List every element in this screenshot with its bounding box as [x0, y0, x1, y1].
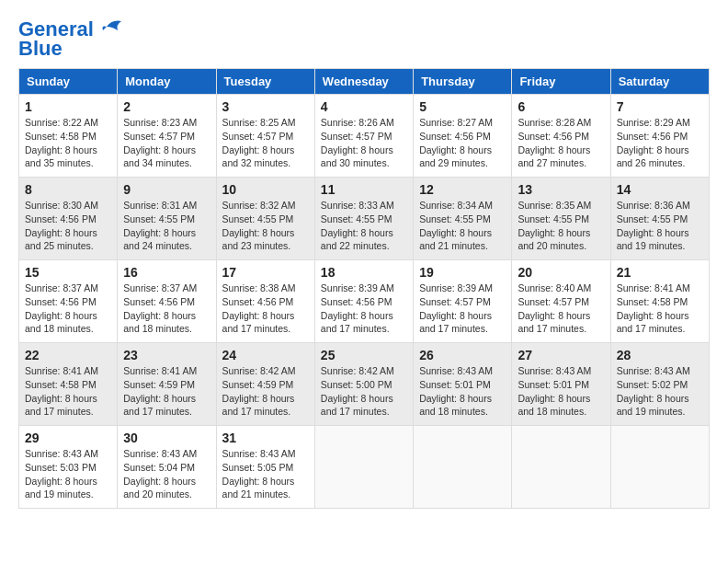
- day-info: Sunrise: 8:42 AM Sunset: 5:00 PM Dayligh…: [321, 364, 407, 419]
- calendar-cell: 5 Sunrise: 8:27 AM Sunset: 4:56 PM Dayli…: [414, 95, 512, 178]
- calendar-table: SundayMondayTuesdayWednesdayThursdayFrid…: [18, 68, 710, 509]
- day-info: Sunrise: 8:43 AM Sunset: 5:03 PM Dayligh…: [25, 447, 111, 501]
- calendar-cell: 27 Sunrise: 8:43 AM Sunset: 5:01 PM Dayl…: [512, 343, 610, 426]
- day-number: 16: [123, 265, 210, 280]
- calendar-cell: 28 Sunrise: 8:43 AM Sunset: 5:02 PM Dayl…: [610, 343, 709, 426]
- day-number: 12: [419, 182, 506, 197]
- day-info: Sunrise: 8:29 AM Sunset: 4:56 PM Dayligh…: [617, 116, 703, 170]
- day-info: Sunrise: 8:41 AM Sunset: 4:58 PM Dayligh…: [617, 282, 703, 336]
- day-info: Sunrise: 8:25 AM Sunset: 4:57 PM Dayligh…: [222, 116, 309, 170]
- day-info: Sunrise: 8:39 AM Sunset: 4:56 PM Dayligh…: [321, 282, 407, 336]
- calendar-cell: 7 Sunrise: 8:29 AM Sunset: 4:56 PM Dayli…: [610, 95, 709, 178]
- day-info: Sunrise: 8:28 AM Sunset: 4:56 PM Dayligh…: [518, 116, 604, 170]
- calendar-cell: 22 Sunrise: 8:41 AM Sunset: 4:58 PM Dayl…: [19, 343, 118, 426]
- calendar-cell: 2 Sunrise: 8:23 AM Sunset: 4:57 PM Dayli…: [118, 95, 216, 178]
- day-info: Sunrise: 8:41 AM Sunset: 4:59 PM Dayligh…: [123, 364, 210, 419]
- day-number: 29: [25, 431, 111, 445]
- day-number: 31: [222, 431, 309, 445]
- day-number: 26: [419, 348, 506, 362]
- weekday-header-saturday: Saturday: [610, 69, 709, 95]
- day-number: 7: [617, 99, 703, 114]
- calendar-cell: 21 Sunrise: 8:41 AM Sunset: 4:58 PM Dayl…: [610, 260, 709, 343]
- calendar-cell: 16 Sunrise: 8:37 AM Sunset: 4:56 PM Dayl…: [118, 260, 216, 343]
- day-info: Sunrise: 8:23 AM Sunset: 4:57 PM Dayligh…: [123, 116, 210, 170]
- calendar-cell: [512, 426, 610, 509]
- day-info: Sunrise: 8:30 AM Sunset: 4:56 PM Dayligh…: [25, 199, 111, 253]
- day-info: Sunrise: 8:22 AM Sunset: 4:58 PM Dayligh…: [25, 116, 111, 170]
- calendar-cell: 26 Sunrise: 8:43 AM Sunset: 5:01 PM Dayl…: [414, 343, 512, 426]
- day-info: Sunrise: 8:42 AM Sunset: 4:59 PM Dayligh…: [222, 364, 309, 419]
- calendar-cell: 14 Sunrise: 8:36 AM Sunset: 4:55 PM Dayl…: [610, 178, 709, 260]
- day-info: Sunrise: 8:39 AM Sunset: 4:57 PM Dayligh…: [419, 282, 506, 336]
- day-info: Sunrise: 8:38 AM Sunset: 4:56 PM Dayligh…: [222, 282, 309, 336]
- day-info: Sunrise: 8:43 AM Sunset: 5:01 PM Dayligh…: [419, 364, 506, 419]
- calendar-cell: 23 Sunrise: 8:41 AM Sunset: 4:59 PM Dayl…: [118, 343, 216, 426]
- day-number: 4: [321, 99, 407, 114]
- calendar-cell: 3 Sunrise: 8:25 AM Sunset: 4:57 PM Dayli…: [216, 95, 314, 178]
- day-number: 30: [123, 431, 210, 445]
- logo-blue: Blue: [18, 37, 63, 61]
- calendar-cell: 10 Sunrise: 8:32 AM Sunset: 4:55 PM Dayl…: [216, 178, 314, 260]
- calendar-cell: 18 Sunrise: 8:39 AM Sunset: 4:56 PM Dayl…: [314, 260, 413, 343]
- calendar-cell: 11 Sunrise: 8:33 AM Sunset: 4:55 PM Dayl…: [314, 178, 413, 260]
- calendar-cell: 12 Sunrise: 8:34 AM Sunset: 4:55 PM Dayl…: [414, 178, 512, 260]
- day-info: Sunrise: 8:26 AM Sunset: 4:57 PM Dayligh…: [321, 116, 407, 170]
- calendar-cell: 31 Sunrise: 8:43 AM Sunset: 5:05 PM Dayl…: [216, 426, 314, 509]
- weekday-header-monday: Monday: [118, 69, 216, 95]
- day-number: 24: [222, 348, 309, 362]
- weekday-header-thursday: Thursday: [414, 69, 512, 95]
- weekday-header-wednesday: Wednesday: [314, 69, 413, 95]
- calendar-cell: [314, 426, 413, 509]
- day-number: 8: [25, 182, 111, 197]
- weekday-header-tuesday: Tuesday: [216, 69, 314, 95]
- day-number: 14: [617, 182, 703, 197]
- day-number: 13: [518, 182, 604, 197]
- calendar-cell: 9 Sunrise: 8:31 AM Sunset: 4:55 PM Dayli…: [118, 178, 216, 260]
- day-number: 28: [617, 348, 703, 362]
- page-header: General Blue: [18, 18, 710, 61]
- day-info: Sunrise: 8:37 AM Sunset: 4:56 PM Dayligh…: [25, 282, 111, 336]
- weekday-header-sunday: Sunday: [19, 69, 118, 95]
- calendar-cell: 1 Sunrise: 8:22 AM Sunset: 4:58 PM Dayli…: [19, 95, 118, 178]
- day-info: Sunrise: 8:34 AM Sunset: 4:55 PM Dayligh…: [419, 199, 506, 253]
- day-info: Sunrise: 8:40 AM Sunset: 4:57 PM Dayligh…: [518, 282, 604, 336]
- day-number: 9: [123, 182, 210, 197]
- calendar-cell: 24 Sunrise: 8:42 AM Sunset: 4:59 PM Dayl…: [216, 343, 314, 426]
- day-info: Sunrise: 8:33 AM Sunset: 4:55 PM Dayligh…: [321, 199, 407, 253]
- calendar-cell: 29 Sunrise: 8:43 AM Sunset: 5:03 PM Dayl…: [19, 426, 118, 509]
- day-info: Sunrise: 8:36 AM Sunset: 4:55 PM Dayligh…: [617, 199, 703, 253]
- day-number: 17: [222, 265, 309, 280]
- calendar-cell: 20 Sunrise: 8:40 AM Sunset: 4:57 PM Dayl…: [512, 260, 610, 343]
- day-number: 25: [321, 348, 407, 362]
- day-number: 2: [123, 99, 210, 114]
- day-number: 15: [25, 265, 111, 280]
- day-number: 18: [321, 265, 407, 280]
- day-number: 22: [25, 348, 111, 362]
- calendar-cell: 30 Sunrise: 8:43 AM Sunset: 5:04 PM Dayl…: [118, 426, 216, 509]
- day-number: 1: [25, 99, 111, 114]
- day-number: 19: [419, 265, 506, 280]
- day-info: Sunrise: 8:43 AM Sunset: 5:05 PM Dayligh…: [222, 447, 309, 501]
- day-info: Sunrise: 8:35 AM Sunset: 4:55 PM Dayligh…: [518, 199, 604, 253]
- logo-bird-icon: [97, 17, 125, 38]
- day-info: Sunrise: 8:37 AM Sunset: 4:56 PM Dayligh…: [123, 282, 210, 336]
- day-number: 10: [222, 182, 309, 197]
- day-number: 23: [123, 348, 210, 362]
- day-number: 6: [518, 99, 604, 114]
- day-info: Sunrise: 8:43 AM Sunset: 5:04 PM Dayligh…: [123, 447, 210, 501]
- calendar-cell: 19 Sunrise: 8:39 AM Sunset: 4:57 PM Dayl…: [414, 260, 512, 343]
- weekday-header-friday: Friday: [512, 69, 610, 95]
- day-info: Sunrise: 8:32 AM Sunset: 4:55 PM Dayligh…: [222, 199, 309, 253]
- day-info: Sunrise: 8:31 AM Sunset: 4:55 PM Dayligh…: [123, 199, 210, 253]
- day-number: 11: [321, 182, 407, 197]
- calendar-cell: 15 Sunrise: 8:37 AM Sunset: 4:56 PM Dayl…: [19, 260, 118, 343]
- day-number: 3: [222, 99, 309, 114]
- calendar-cell: 25 Sunrise: 8:42 AM Sunset: 5:00 PM Dayl…: [314, 343, 413, 426]
- calendar-cell: 8 Sunrise: 8:30 AM Sunset: 4:56 PM Dayli…: [19, 178, 118, 260]
- calendar-cell: 4 Sunrise: 8:26 AM Sunset: 4:57 PM Dayli…: [314, 95, 413, 178]
- calendar-cell: [610, 426, 709, 509]
- day-number: 20: [518, 265, 604, 280]
- day-info: Sunrise: 8:43 AM Sunset: 5:02 PM Dayligh…: [617, 364, 703, 419]
- logo: General Blue: [18, 18, 125, 61]
- day-info: Sunrise: 8:27 AM Sunset: 4:56 PM Dayligh…: [419, 116, 506, 170]
